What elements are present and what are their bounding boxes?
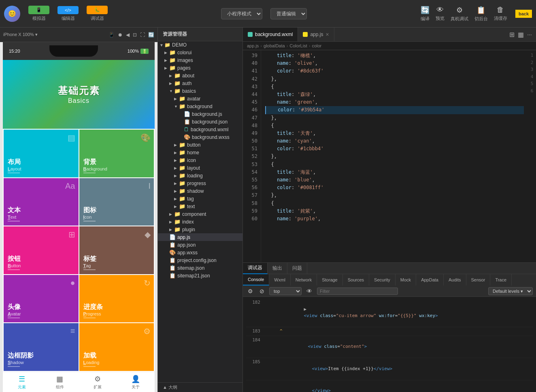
tree-item-avatar[interactable]: ▶ 📁 avatar bbox=[158, 95, 242, 102]
layout-icon[interactable]: ▦ bbox=[518, 31, 524, 38]
preview-btn[interactable]: 👁 预览 bbox=[436, 6, 445, 21]
split-icon[interactable]: ⊞ bbox=[509, 31, 515, 38]
console-settings-btn[interactable]: ⚙ bbox=[246, 287, 255, 295]
tree-item-sitemap21-json[interactable]: 📋 sitemap21.json bbox=[158, 272, 242, 279]
more-icon[interactable]: ··· bbox=[527, 31, 532, 38]
tree-icon-14: 📁 bbox=[179, 157, 185, 163]
record-icon[interactable]: ⏺ bbox=[118, 32, 123, 38]
tree-item-index[interactable]: ▶ 📁 index bbox=[158, 218, 242, 226]
tree-item-background-json[interactable]: 📋 background.json bbox=[158, 118, 242, 126]
log-level-select[interactable]: Default levels ▾ bbox=[488, 287, 533, 295]
tree-item-text[interactable]: ▶ 📁 text bbox=[158, 202, 242, 210]
simulator-btn[interactable]: 📱 模拟器 bbox=[28, 6, 49, 21]
tree-item-loading[interactable]: ▶ 📁 loading bbox=[158, 172, 242, 179]
phone-icon[interactable]: 📱 bbox=[108, 32, 115, 38]
tree-item-auth[interactable]: ▶ 📁 auth bbox=[158, 79, 242, 87]
bottom-tab-output[interactable]: 输出 bbox=[268, 263, 287, 274]
phone-card-shadow[interactable]: ≡ 边框阴影 Shadow bbox=[4, 323, 79, 371]
tree-item-images[interactable]: ▶ 📁 images bbox=[158, 56, 242, 64]
subtab-appdata[interactable]: AppData bbox=[416, 274, 444, 285]
phone-card-progress[interactable]: ↻ 进度条 Progress bbox=[79, 275, 154, 323]
phone-card-button[interactable]: ⊞ 按钮 Button bbox=[4, 226, 79, 274]
tree-item-progress[interactable]: ▶ 📁 progress bbox=[158, 179, 242, 187]
outline-section[interactable]: ▲ 大纲 bbox=[158, 382, 242, 392]
tree-item-shadow[interactable]: ▶ 📁 shadow bbox=[158, 187, 242, 195]
rotate-icon[interactable]: 🔄 bbox=[148, 32, 154, 38]
tree-item-background-wxml[interactable]: 🗒 background.wxml bbox=[158, 126, 242, 133]
tree-item-background-js[interactable]: 📄 background.js bbox=[158, 110, 242, 118]
tree-item-component[interactable]: ▶ 📁 component bbox=[158, 210, 242, 218]
tree-item-app-json[interactable]: 📋 app.json bbox=[158, 241, 242, 249]
tab-background-wxml[interactable]: background.wxml bbox=[243, 28, 298, 42]
tab-app-js[interactable]: app.js × bbox=[298, 28, 334, 42]
tree-item-pages[interactable]: ▶ 📁 pages bbox=[158, 64, 242, 72]
phone-nav-组件[interactable]: ▦ 组件 bbox=[41, 372, 79, 392]
subtab-audits[interactable]: Audits bbox=[444, 274, 466, 285]
tree-root[interactable]: ▼📁DEMO bbox=[158, 41, 242, 49]
clear-cache-btn[interactable]: 🗑 清缓存 bbox=[494, 6, 507, 21]
tree-item-sitemap-json[interactable]: 📋 sitemap.json bbox=[158, 264, 242, 272]
tree-item-about[interactable]: ▶ 📁 about bbox=[158, 72, 242, 79]
back-tab[interactable]: back bbox=[515, 10, 532, 18]
fullscreen-icon[interactable]: ⛶ bbox=[140, 32, 145, 38]
phone-nav-元素[interactable]: ☰ 元素 bbox=[3, 372, 41, 392]
compile-btn[interactable]: 🔄 编译 bbox=[421, 6, 430, 22]
tree-item-app-wxss[interactable]: 🎨 app.wxss bbox=[158, 249, 242, 256]
tree-item-app-js[interactable]: 📄 app.js bbox=[158, 233, 242, 241]
cut-backend-btn[interactable]: 📋 切后台 bbox=[474, 6, 488, 22]
subtab-security[interactable]: Security bbox=[369, 274, 396, 285]
breadcrumb-appjs[interactable]: app.js bbox=[247, 43, 259, 48]
breadcrumb-color[interactable]: color bbox=[312, 43, 321, 48]
console-context-select[interactable]: top bbox=[269, 287, 302, 295]
subtab-console[interactable]: Console bbox=[243, 274, 269, 285]
subtab-trace[interactable]: Trace bbox=[490, 274, 512, 285]
home-icon[interactable]: ⊡ bbox=[133, 32, 137, 38]
subtab-wxml[interactable]: Wxml bbox=[269, 274, 291, 285]
tree-item-button[interactable]: ▶ 📁 button bbox=[158, 141, 242, 149]
device-select[interactable]: iPhone X 100% ▾ bbox=[3, 32, 38, 37]
phone-card-tag[interactable]: ◆ 标签 Tag bbox=[79, 226, 154, 274]
tab-close-app-js[interactable]: × bbox=[325, 31, 329, 38]
tree-item-basics[interactable]: ▼ 📁 basics bbox=[158, 87, 242, 95]
tree-item-layout[interactable]: ▶ 📁 layout bbox=[158, 164, 242, 172]
debugger-btn[interactable]: 🐛 调试器 bbox=[87, 6, 108, 21]
phone-card-loading[interactable]: ⚙ 加载 Loading bbox=[79, 323, 154, 371]
line-num-53: 53 bbox=[243, 161, 257, 168]
console-filter-input[interactable] bbox=[317, 288, 398, 295]
subtab-sources[interactable]: Sources bbox=[343, 274, 369, 285]
console-eye-btn[interactable]: 👁 bbox=[305, 287, 314, 295]
subtab-storage[interactable]: Storage bbox=[317, 274, 343, 285]
editor-btn[interactable]: </> 编辑器 bbox=[57, 6, 79, 21]
phone-card-layout[interactable]: ▤ 布局 Layout bbox=[4, 130, 79, 177]
tree-arrow-22: ▶ bbox=[169, 220, 174, 224]
tree-item-project-config-json[interactable]: 📋 project.config.json bbox=[158, 256, 242, 264]
tree-item-icon[interactable]: ▶ 📁 icon bbox=[158, 156, 242, 164]
phone-card-text[interactable]: Aa 文本 Text bbox=[4, 178, 79, 226]
tree-item-background-wxss[interactable]: 🎨 background.wxss bbox=[158, 133, 242, 141]
real-device-btn[interactable]: ⚙ 真机调试 bbox=[451, 6, 468, 22]
subtab-sensor[interactable]: Sensor bbox=[466, 274, 491, 285]
back-icon[interactable]: ◀ bbox=[126, 32, 130, 38]
phone-card-background[interactable]: 🎨 背景 Background bbox=[79, 130, 154, 177]
mode-select[interactable]: 小程序模式 bbox=[221, 8, 262, 19]
phone-card-icon[interactable]: I 图标 Icon bbox=[79, 178, 154, 226]
subtab-mock[interactable]: Mock bbox=[396, 274, 416, 285]
breadcrumb-globaldata[interactable]: globalData bbox=[264, 43, 285, 48]
tree-item-tag[interactable]: ▶ 📁 tag bbox=[158, 195, 242, 202]
code-content[interactable]: title: '橄榄', name: 'olive', color: '#8dc… bbox=[261, 50, 528, 262]
phone-nav-关于[interactable]: 👤 关于 bbox=[117, 372, 155, 392]
tree-item-home[interactable]: ▶ 📁 home bbox=[158, 149, 242, 156]
tree-item-colorui[interactable]: ▶ 📁 colorui bbox=[158, 49, 242, 56]
user-avatar[interactable]: 😊 bbox=[4, 6, 20, 22]
breadcrumb-colorlist[interactable]: ColorList bbox=[289, 43, 307, 48]
phone-nav-扩展[interactable]: ⚙ 扩展 bbox=[79, 372, 117, 392]
compile-select[interactable]: 普通编辑 bbox=[270, 8, 307, 19]
bottom-tab-problems[interactable]: 问题 bbox=[287, 263, 307, 274]
console-stop-btn[interactable]: ⊘ bbox=[258, 287, 266, 295]
code-punct: : bbox=[289, 215, 294, 223]
subtab-network[interactable]: Network bbox=[291, 274, 317, 285]
phone-card-avatar[interactable]: ● 头像 Avatar bbox=[4, 275, 79, 323]
tree-item-plugin[interactable]: ▶ 📁 plugin bbox=[158, 226, 242, 233]
bottom-tab-debugger[interactable]: 调试器 bbox=[243, 263, 268, 274]
tree-item-background[interactable]: ▼ 📁 background bbox=[158, 102, 242, 110]
